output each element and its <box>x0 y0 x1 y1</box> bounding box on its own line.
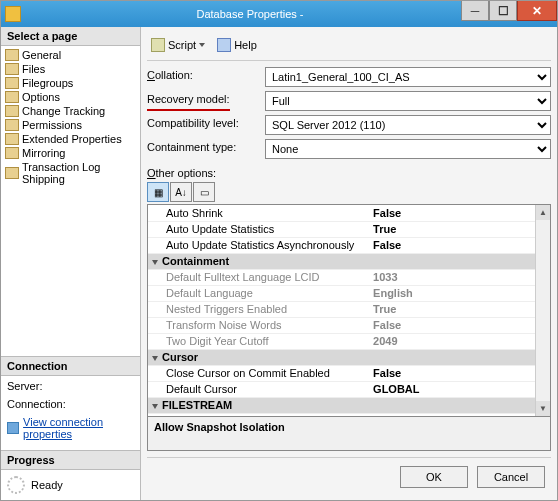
script-button[interactable]: Script <box>147 36 209 54</box>
script-label: Script <box>168 39 196 51</box>
page-label: Permissions <box>22 119 82 131</box>
page-item-files[interactable]: Files <box>1 62 140 76</box>
compatibility-label: Compatibility level: <box>147 115 257 135</box>
close-button[interactable]: ✕ <box>517 1 557 21</box>
ok-button[interactable]: OK <box>400 466 468 488</box>
page-label: Change Tracking <box>22 105 105 117</box>
grid-row[interactable]: Transform Noise WordsFalse <box>148 317 550 333</box>
grid-row[interactable]: Default Fulltext Language LCID1033 <box>148 269 550 285</box>
page-item-mirroring[interactable]: Mirroring <box>1 146 140 160</box>
grid-value: False <box>369 205 550 221</box>
grid-value: False <box>369 237 550 253</box>
expand-icon <box>152 356 158 361</box>
grid-row[interactable]: Auto Update Statistics AsynchronouslyFal… <box>148 237 550 253</box>
scrollbar[interactable]: ▲ ▼ <box>535 205 550 416</box>
page-item-transaction-log-shipping[interactable]: Transaction Log Shipping <box>1 160 140 186</box>
grid-value: English <box>369 285 550 301</box>
grid-row[interactable]: Nested Triggers EnabledTrue <box>148 301 550 317</box>
page-icon <box>5 147 19 159</box>
progress-header: Progress <box>1 450 140 470</box>
view-connection-properties-label: View connection properties <box>23 416 134 440</box>
categorized-button[interactable]: ▦ <box>147 182 169 202</box>
grid-key: Default Language <box>148 285 369 301</box>
script-icon <box>151 38 165 52</box>
description-title: Allow Snapshot Isolation <box>154 421 544 433</box>
recovery-model-select[interactable]: Full <box>265 91 551 111</box>
page-icon <box>5 77 19 89</box>
compatibility-select[interactable]: SQL Server 2012 (110) <box>265 115 551 135</box>
grid-key: Close Cursor on Commit Enabled <box>148 365 369 381</box>
grid-row[interactable]: Default LanguageEnglish <box>148 285 550 301</box>
grid-value: 1033 <box>369 269 550 285</box>
page-icon <box>5 105 19 117</box>
progress-status: Ready <box>31 479 63 491</box>
progress-spinner-icon <box>7 476 25 494</box>
page-item-change-tracking[interactable]: Change Tracking <box>1 104 140 118</box>
select-page-header: Select a page <box>1 27 140 46</box>
grid-row[interactable]: Two Digit Year Cutoff2049 <box>148 333 550 349</box>
view-connection-properties-link[interactable]: View connection properties <box>7 416 134 440</box>
expand-icon <box>152 260 158 265</box>
page-icon <box>5 119 19 131</box>
grid-row[interactable]: FILESTREAM <box>148 397 550 413</box>
help-button[interactable]: Help <box>213 36 261 54</box>
containment-select[interactable]: None <box>265 139 551 159</box>
maximize-button[interactable]: ☐ <box>489 1 517 21</box>
grid-row[interactable]: Close Cursor on Commit EnabledFalse <box>148 365 550 381</box>
page-icon <box>5 49 19 61</box>
minimize-button[interactable]: ─ <box>461 1 489 21</box>
titlebar: Database Properties - ─ ☐ ✕ <box>1 1 557 27</box>
page-item-extended-properties[interactable]: Extended Properties <box>1 132 140 146</box>
left-panel: Select a page GeneralFilesFilegroupsOpti… <box>1 27 141 500</box>
app-icon <box>5 6 21 22</box>
grid-value: GLOBAL <box>369 381 550 397</box>
grid-row[interactable]: FILESTREAM Directory Name <box>148 413 550 417</box>
page-icon <box>5 91 19 103</box>
description-panel: Allow Snapshot Isolation <box>147 417 551 451</box>
connection-header: Connection <box>1 356 140 376</box>
properties-icon <box>7 422 19 434</box>
help-icon <box>217 38 231 52</box>
other-options-label: Other options: <box>147 167 551 179</box>
scroll-up-icon[interactable]: ▲ <box>536 205 550 220</box>
grid-key: Nested Triggers Enabled <box>148 301 369 317</box>
server-label: Server: <box>7 380 134 392</box>
grid-row[interactable]: Cursor <box>148 349 550 365</box>
page-item-permissions[interactable]: Permissions <box>1 118 140 132</box>
alphabetical-button[interactable]: A↓ <box>170 182 192 202</box>
recovery-model-label: Recovery model: <box>147 91 230 111</box>
grid-value <box>369 413 550 417</box>
page-label: Transaction Log Shipping <box>22 161 136 185</box>
connection-label: Connection: <box>7 398 134 410</box>
grid-key: Two Digit Year Cutoff <box>148 333 369 349</box>
containment-label: Containment type: <box>147 139 257 159</box>
grid-row[interactable]: Auto ShrinkFalse <box>148 205 550 221</box>
grid-value: False <box>369 317 550 333</box>
property-pages-button[interactable]: ▭ <box>193 182 215 202</box>
grid-value: True <box>369 221 550 237</box>
grid-value: False <box>369 365 550 381</box>
page-icon <box>5 63 19 75</box>
grid-row[interactable]: Containment <box>148 253 550 269</box>
dropdown-icon <box>199 43 205 47</box>
page-label: Filegroups <box>22 77 73 89</box>
page-item-options[interactable]: Options <box>1 90 140 104</box>
collation-label: Collation: <box>147 67 257 87</box>
grid-key: Transform Noise Words <box>148 317 369 333</box>
cancel-button[interactable]: Cancel <box>477 466 545 488</box>
property-grid[interactable]: Auto ShrinkFalseAuto Update StatisticsTr… <box>147 204 551 417</box>
collation-select[interactable]: Latin1_General_100_CI_AS <box>265 67 551 87</box>
grid-key: Default Cursor <box>148 381 369 397</box>
page-icon <box>5 167 19 179</box>
scroll-down-icon[interactable]: ▼ <box>536 401 550 416</box>
grid-row[interactable]: Default CursorGLOBAL <box>148 381 550 397</box>
page-label: Extended Properties <box>22 133 122 145</box>
page-list: GeneralFilesFilegroupsOptionsChange Trac… <box>1 46 140 188</box>
page-item-general[interactable]: General <box>1 48 140 62</box>
expand-icon <box>152 404 158 409</box>
page-item-filegroups[interactable]: Filegroups <box>1 76 140 90</box>
grid-key: FILESTREAM Directory Name <box>148 413 369 417</box>
grid-row[interactable]: Auto Update StatisticsTrue <box>148 221 550 237</box>
grid-key: Auto Shrink <box>148 205 369 221</box>
page-label: Mirroring <box>22 147 65 159</box>
